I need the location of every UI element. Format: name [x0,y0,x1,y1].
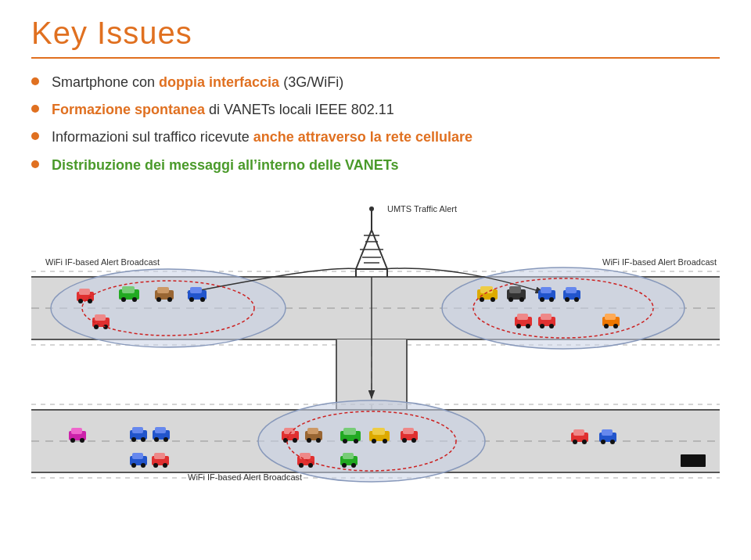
page-title: Key Issues [31,16,720,51]
svg-point-42 [156,297,161,302]
umts-tower: UMTS Traffic Alert [356,204,457,277]
bullet-dot-1 [31,77,39,85]
svg-point-117 [131,463,136,468]
svg-rect-136 [602,429,613,436]
highlight-doppia: doppia interfaccia [159,74,279,90]
bullet-item-1: Smartphone con doppia interfaccia (3G/Wi… [31,73,720,92]
svg-point-38 [121,297,126,302]
svg-point-39 [132,297,137,302]
svg-rect-84 [71,428,82,434]
svg-point-80 [604,324,609,328]
umts-label: UMTS Traffic Alert [387,204,457,214]
svg-point-17 [442,267,685,349]
svg-point-86 [80,438,84,443]
svg-point-81 [613,324,618,328]
svg-point-28 [369,206,374,211]
svg-rect-45 [190,287,202,293]
svg-point-105 [343,439,347,443]
bullet-text-2: Formazione spontanea di VANETs locali IE… [52,100,394,120]
svg-rect-49 [95,314,106,321]
svg-rect-100 [307,428,318,434]
svg-point-134 [582,440,587,444]
bullet-list: Smartphone con doppia interfaccia (3G/Wi… [31,73,720,175]
svg-rect-63 [541,287,552,293]
svg-point-118 [141,463,146,468]
svg-point-60 [508,297,513,302]
wifi-bottom-label: WiFi IF-based Alert Broadcast [188,472,302,482]
svg-point-121 [153,463,158,468]
svg-point-109 [372,439,376,443]
svg-point-113 [402,438,407,443]
svg-rect-132 [573,429,584,436]
svg-rect-79 [605,314,616,320]
wifi-left-label: WiFi IF-based Alert Broadcast [45,257,160,267]
svg-point-76 [540,324,544,328]
svg-point-73 [526,324,530,328]
bullet-text-1: Smartphone con doppia interfaccia (3G/Wi… [52,73,343,92]
svg-rect-59 [509,286,521,293]
svg-point-65 [549,297,554,302]
svg-point-122 [163,463,167,468]
svg-rect-116 [132,453,143,459]
svg-rect-33 [79,289,90,295]
svg-point-72 [516,324,521,328]
highlight-formazione: Formazione spontanea [52,102,205,117]
bullet-item-3: Informazioni sul traffico ricevute anche… [31,127,720,147]
svg-rect-108 [372,428,385,435]
svg-point-102 [316,438,321,443]
svg-point-129 [342,463,347,468]
svg-point-85 [70,438,75,443]
svg-point-101 [307,438,311,443]
bullet-dot-2 [31,105,39,113]
svg-rect-112 [403,428,414,434]
bullet-item-2: Formazione spontanea di VANETs locali IE… [31,100,720,120]
svg-point-133 [573,440,577,444]
svg-rect-88 [132,427,143,433]
page: Key Issues Smartphone con doppia interfa… [0,0,751,560]
svg-point-50 [94,325,99,329]
svg-rect-75 [541,314,552,320]
page-header: Key Issues [31,16,720,51]
svg-rect-139 [681,454,706,467]
svg-point-61 [519,297,524,302]
svg-point-89 [131,437,136,442]
wifi-right-label: WiFi IF-based Alert Broadcast [602,257,717,267]
svg-point-93 [154,437,159,442]
bullet-text-4: Distribuzione dei messaggi all’interno d… [52,156,398,175]
svg-point-43 [167,297,172,302]
bullet-text-3: Informazioni sul traffico ricevute anche… [52,127,473,147]
svg-point-68 [565,297,570,302]
svg-point-125 [299,463,304,468]
svg-point-90 [141,437,146,442]
svg-point-64 [540,297,544,302]
diagram-svg: UMTS Traffic Alert [31,183,720,488]
svg-rect-104 [343,428,356,435]
svg-point-138 [610,440,615,444]
svg-point-126 [308,463,313,468]
svg-rect-71 [517,314,528,320]
svg-point-98 [293,438,297,443]
network-diagram: UMTS Traffic Alert [31,183,720,488]
bullet-item-4: Distribuzione dei messaggi all’interno d… [31,156,720,175]
bullet-dot-4 [31,160,39,168]
svg-rect-37 [122,286,135,293]
svg-rect-41 [157,287,169,293]
svg-rect-92 [155,427,166,433]
svg-rect-128 [343,453,354,459]
svg-rect-96 [284,428,295,434]
svg-point-46 [189,297,194,302]
svg-point-57 [490,297,495,302]
svg-point-56 [480,297,484,302]
highlight-anche: anche attraverso la rete cellulare [253,129,473,145]
svg-point-106 [354,439,358,443]
svg-point-35 [88,299,92,303]
svg-point-114 [411,438,416,443]
svg-point-69 [574,297,579,302]
svg-rect-120 [154,453,165,459]
svg-point-77 [549,324,554,328]
title-divider [31,57,720,59]
svg-point-130 [351,463,356,468]
svg-point-110 [383,439,387,443]
bullet-dot-3 [31,132,39,140]
svg-point-34 [78,299,83,303]
